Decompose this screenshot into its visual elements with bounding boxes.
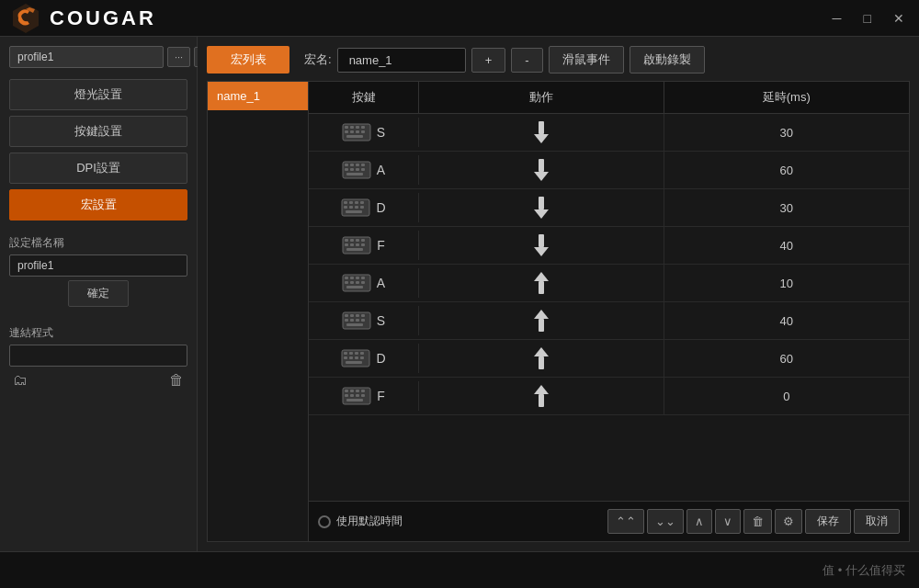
svg-rect-92: [356, 394, 359, 397]
close-button[interactable]: ✕: [888, 9, 910, 28]
filename-label: 設定檔名稱: [9, 235, 187, 251]
svg-rect-76: [355, 352, 358, 355]
keyboard-icon: [342, 387, 371, 405]
profile-dots-button[interactable]: ···: [167, 47, 190, 67]
nav-down-button[interactable]: ∨: [715, 509, 741, 534]
minimize-button[interactable]: ─: [827, 9, 847, 28]
svg-marker-36: [534, 209, 549, 219]
add-macro-button[interactable]: +: [471, 48, 506, 73]
svg-rect-22: [346, 173, 363, 175]
press-action-icon: [532, 195, 550, 220]
key-label: D: [376, 200, 385, 215]
settings-row-button[interactable]: ⚙: [775, 509, 802, 534]
macro-settings-button[interactable]: 宏設置: [9, 189, 187, 220]
key-cell: S: [309, 306, 419, 335]
svg-rect-64: [356, 314, 359, 317]
save-button[interactable]: 保存: [805, 509, 851, 534]
svg-rect-58: [346, 286, 363, 288]
svg-rect-16: [356, 164, 359, 166]
profile-input[interactable]: [9, 46, 164, 68]
table-header: 按鍵 動作 延時(ms): [309, 82, 909, 114]
table-row[interactable]: S 30: [309, 114, 909, 152]
remove-macro-button[interactable]: -: [511, 48, 542, 73]
action-cell: [419, 114, 664, 151]
delay-cell: 30: [664, 120, 910, 145]
svg-marker-71: [534, 310, 549, 319]
nav-btn-group: ⌃⌃ ⌄⌄ ∧ ∨ 🗑 ⚙ 保存 取消: [607, 509, 900, 534]
macro-list-item[interactable]: name_1: [208, 82, 308, 110]
svg-rect-7: [350, 130, 354, 133]
svg-marker-24: [534, 172, 549, 181]
svg-rect-43: [350, 243, 354, 246]
link-label: 連結程式: [9, 325, 187, 341]
link-input[interactable]: [9, 345, 187, 367]
action-cell: [419, 227, 664, 264]
nav-bottom-button[interactable]: ⌄⌄: [647, 509, 684, 534]
svg-rect-30: [344, 206, 347, 209]
svg-rect-74: [344, 352, 347, 355]
macro-list-panel: name_1: [207, 81, 308, 542]
table-row[interactable]: F 0: [309, 378, 909, 415]
link-folder-icon[interactable]: 🗂: [13, 372, 28, 389]
press-action-icon: [532, 119, 550, 145]
release-action-icon: [532, 270, 550, 296]
delay-cell: 30: [664, 196, 910, 220]
svg-rect-84: [539, 356, 544, 369]
dpi-settings-button[interactable]: DPI設置: [9, 153, 187, 184]
svg-marker-12: [534, 134, 549, 143]
macro-name-label: 宏名:: [304, 51, 332, 68]
svg-rect-21: [361, 168, 365, 171]
table-row[interactable]: A 60: [309, 152, 909, 189]
svg-rect-80: [355, 356, 358, 359]
svg-rect-67: [350, 319, 354, 322]
svg-rect-57: [361, 281, 365, 284]
table-row[interactable]: D 60: [309, 340, 909, 378]
action-cell: [419, 152, 664, 188]
key-label: A: [377, 276, 385, 290]
svg-rect-55: [350, 281, 354, 284]
svg-rect-94: [346, 399, 363, 401]
svg-rect-19: [350, 168, 354, 171]
default-time-check[interactable]: 使用默認時間: [318, 514, 403, 529]
cancel-button[interactable]: 取消: [854, 509, 900, 534]
maximize-button[interactable]: □: [858, 9, 877, 28]
svg-rect-60: [539, 281, 544, 294]
svg-rect-2: [345, 126, 348, 129]
delay-cell: 0: [664, 384, 910, 409]
confirm-button[interactable]: 確定: [68, 280, 129, 307]
key-settings-button[interactable]: 按鍵設置: [9, 116, 187, 147]
key-cell: A: [309, 268, 419, 298]
svg-marker-59: [534, 272, 549, 281]
link-delete-icon[interactable]: 🗑: [169, 372, 184, 389]
macro-name-input[interactable]: [337, 48, 466, 73]
key-label: S: [377, 125, 385, 140]
table-row[interactable]: A 10: [309, 265, 909, 302]
svg-rect-6: [345, 130, 348, 133]
svg-rect-26: [344, 201, 347, 204]
svg-rect-15: [350, 164, 354, 166]
table-row[interactable]: D 30: [309, 189, 909, 227]
action-cell: [419, 189, 664, 226]
light-settings-button[interactable]: 燈光設置: [9, 79, 187, 110]
key-label: A: [377, 163, 385, 177]
delete-row-button[interactable]: 🗑: [743, 509, 772, 534]
svg-rect-27: [349, 201, 353, 204]
svg-rect-41: [361, 239, 365, 242]
svg-rect-33: [360, 206, 364, 209]
svg-rect-17: [361, 164, 365, 166]
svg-rect-72: [539, 319, 544, 332]
table-row[interactable]: S 40: [309, 302, 909, 340]
action-cell: [419, 378, 664, 414]
svg-marker-48: [534, 247, 549, 256]
svg-rect-38: [345, 239, 348, 242]
table-row[interactable]: F 40: [309, 227, 909, 265]
start-record-button[interactable]: 啟動錄製: [630, 46, 705, 74]
nav-up-button[interactable]: ∧: [686, 509, 712, 534]
key-cell: F: [309, 231, 419, 260]
watermark: 值 • 什么值得买: [823, 562, 905, 579]
filename-input[interactable]: [9, 254, 187, 277]
main-container: ··· ··· 燈光設置 按鍵設置 DPI設置 宏設置 設定檔名稱 確定 連結程…: [0, 37, 919, 551]
nav-top-button[interactable]: ⌃⌃: [607, 509, 644, 534]
default-time-radio[interactable]: [318, 515, 331, 528]
mouse-event-button[interactable]: 滑鼠事件: [549, 46, 624, 74]
